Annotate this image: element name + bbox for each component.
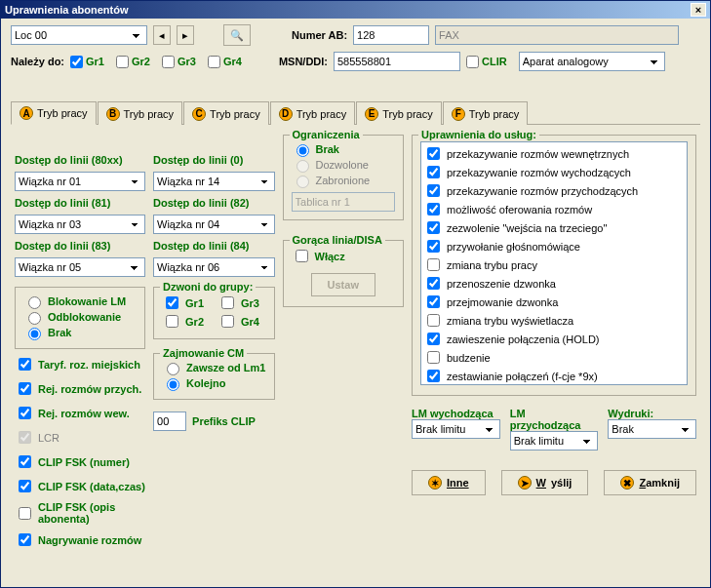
ring-group-title: Dzwoni do grupy: (160, 281, 256, 293)
group-gr2[interactable]: Gr2 (116, 56, 150, 68)
perm-item[interactable]: budzenie (423, 348, 685, 367)
perms-list[interactable]: przekazywanie rozmów wewnętrznychprzekaz… (420, 141, 688, 385)
numer-ab-field[interactable] (353, 25, 429, 45)
tabs: ATryb pracy BTryb pracy CTryb pracy DTry… (11, 100, 700, 125)
clip-numer-check[interactable]: CLIP FSK (numer) (15, 452, 145, 471)
ring-gr4[interactable]: Gr4 (217, 312, 259, 331)
access-81-select[interactable]: Wiązka nr 03 (15, 215, 145, 234)
rej-wew-check[interactable]: Rej. rozmów wew. (15, 404, 145, 422)
ring-gr3[interactable]: Gr3 (217, 294, 259, 312)
prints-label: Wydruki: (608, 408, 696, 419)
none-radio[interactable]: Brak (23, 325, 137, 340)
access-84-label: Dostęp do linii (84) (153, 240, 274, 252)
lm-out-label: LM wychodząca (412, 408, 500, 419)
prefix-field[interactable] (153, 412, 186, 431)
tariff-check[interactable]: Taryf. roz. miejskich (15, 355, 145, 373)
ustaw-button: Ustaw (311, 273, 375, 296)
gear-icon: ✶ (428, 476, 442, 490)
access-0-label: Dostęp do linii (0) (153, 154, 274, 166)
msn-label: MSN/DDI: (279, 56, 328, 67)
inne-button[interactable]: ✶Inne (412, 470, 486, 495)
next-button[interactable]: ▸ (177, 25, 194, 45)
perm-item[interactable]: zestawianie połączeń (f-cje *9x) (423, 367, 685, 385)
nagrywanie-check[interactable]: Nagrywanie rozmów (15, 530, 145, 549)
device-field (435, 25, 679, 45)
perm-item[interactable]: przekazywanie rozmów wewnętrznych (423, 144, 685, 163)
perm-item[interactable]: przejmowanie dzwonka (423, 293, 685, 311)
tab-d[interactable]: DTryb pracy (270, 101, 356, 125)
group-gr4[interactable]: Gr4 (208, 56, 242, 68)
access-80xx-label: Dostęp do linii (80xx) (15, 154, 145, 166)
titlebar: Uprawnienia abonentów × (1, 1, 710, 19)
send-icon: ➤ (518, 476, 532, 490)
tab-f[interactable]: FTryb pracy (443, 101, 529, 125)
perms-title: Uprawnienia do usług: (418, 129, 539, 140)
cm-zawsze-radio[interactable]: Zawsze od Lm1 (162, 360, 265, 375)
group-gr3[interactable]: Gr3 (162, 56, 196, 68)
perm-item[interactable]: zawieszenie połączenia (HOLD) (423, 330, 685, 348)
prefix-label: Prefiks CLIP (192, 415, 256, 427)
clir-check[interactable]: CLIR (466, 56, 507, 68)
binoculars-icon[interactable]: 🔍 (223, 24, 251, 46)
prints-select[interactable]: Brak (608, 419, 696, 439)
restr-zabronione-radio: Zabronione (292, 173, 395, 188)
close-circle-icon: ✖ (620, 476, 634, 490)
nalezy-label: Należy do: (11, 56, 64, 67)
access-84-select[interactable]: Wiązka nr 06 (153, 257, 274, 277)
clip-data-check[interactable]: CLIP FSK (data,czas) (15, 477, 145, 495)
perm-item[interactable]: przywołanie głośnomówiące (423, 237, 685, 255)
access-81-label: Dostęp do linii (81) (15, 197, 145, 209)
lm-out-select[interactable]: Brak limitu (412, 419, 500, 439)
access-0-select[interactable]: Wiązka nr 14 (153, 172, 274, 191)
cm-title: Zajmowanie CM (160, 347, 247, 359)
tab-c[interactable]: CTryb pracy (183, 101, 269, 125)
prev-button[interactable]: ◂ (153, 25, 171, 45)
aparat-select[interactable]: Aparat analogowy (519, 52, 665, 71)
unblock-radio[interactable]: Odblokowanie (23, 309, 137, 325)
zamknij-button[interactable]: ✖Zamknij (604, 470, 696, 495)
access-80xx-select[interactable]: Wiązka nr 01 (15, 172, 145, 191)
perm-item[interactable]: zmiana trybu wyświetlacza (423, 311, 685, 330)
msn-field[interactable] (334, 52, 460, 71)
lm-in-select[interactable]: Brak limitu (510, 431, 599, 451)
restr-dozwolone-radio: Dozwolone (292, 157, 395, 173)
access-82-label: Dostęp do linii (82) (153, 197, 274, 209)
perm-item[interactable]: przekazywanie rozmów wychodzących (423, 163, 685, 181)
wyslij-button[interactable]: ➤WWyślijyślij (501, 470, 589, 495)
access-82-select[interactable]: Wiązka nr 04 (153, 215, 274, 234)
loc-select[interactable]: Loc 00 (11, 25, 147, 45)
lm-in-label: LM przychodząca (510, 408, 599, 431)
tab-b[interactable]: BTryb pracy (98, 101, 183, 125)
restr-brak-radio[interactable]: Brak (292, 141, 395, 157)
rej-przych-check[interactable]: Rej. rozmów przych. (15, 379, 145, 398)
cm-kolejno-radio[interactable]: Kolejno (162, 375, 265, 391)
hotline-title: Gorąca linia/DISA (290, 234, 385, 246)
ring-gr2[interactable]: Gr2 (162, 312, 204, 331)
perm-item[interactable]: możliwość oferowania rozmów (423, 200, 685, 218)
access-83-label: Dostęp do linii (83) (15, 240, 145, 252)
restr-select: Tablica nr 1 (292, 192, 395, 212)
restrictions-title: Ograniczenia (290, 129, 363, 140)
block-lm-radio[interactable]: Blokowanie LM (23, 294, 137, 309)
perm-item[interactable]: przekazywanie rozmów przychodzących (423, 181, 685, 200)
tab-a[interactable]: ATryb pracy (11, 101, 97, 125)
ring-gr1[interactable]: Gr1 (162, 294, 204, 312)
hotline-check[interactable]: Włącz (292, 247, 395, 265)
perm-item[interactable]: przenoszenie dzwonka (423, 274, 685, 293)
perm-item[interactable]: zezwolenie "wejścia na trzeciego" (423, 218, 685, 237)
clip-opis-check[interactable]: CLIP FSK (opis abonenta) (15, 501, 145, 525)
tab-e[interactable]: ETryb pracy (356, 101, 442, 125)
numer-ab-label: Numer AB: (292, 29, 347, 41)
window-title: Uprawnienia abonentów (5, 4, 129, 16)
lcr-check: LCR (15, 428, 145, 447)
group-gr1[interactable]: Gr1 (70, 56, 104, 68)
close-icon[interactable]: × (691, 3, 706, 17)
perm-item[interactable]: zmiana trybu pracy (423, 255, 685, 274)
access-83-select[interactable]: Wiązka nr 05 (15, 257, 145, 277)
